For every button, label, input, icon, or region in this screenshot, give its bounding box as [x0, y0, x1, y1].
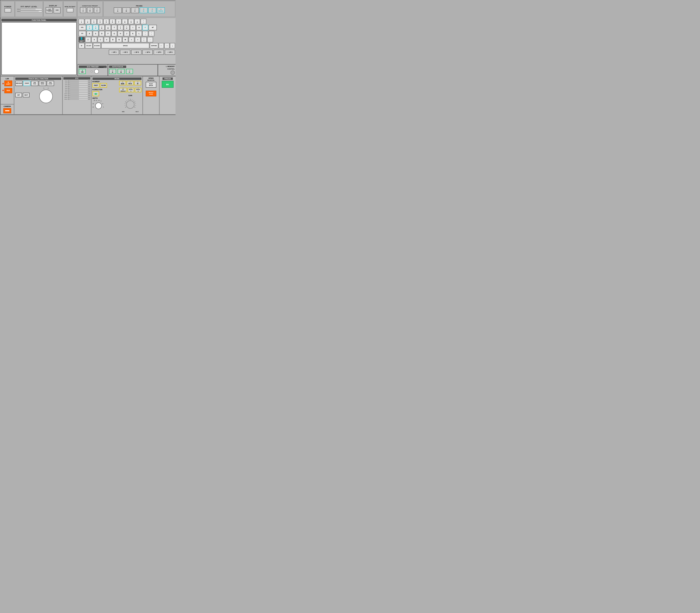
condition-btn-b[interactable]: B [87, 7, 93, 13]
kb-shift-key[interactable]: SHIFT [79, 37, 85, 42]
trackball-ball[interactable] [39, 90, 53, 103]
tb-pan-zoom-button[interactable]: PANZOOM [47, 81, 54, 86]
kb-key-hash3[interactable]: #3 [91, 19, 97, 24]
kb-key-dollar4[interactable]: $4 [97, 19, 103, 24]
run-button[interactable]: RUN [4, 88, 12, 93]
tb-body-mark-button[interactable]: BODYMARK [39, 81, 46, 86]
kb-key-c[interactable]: C [98, 37, 103, 42]
kb-id-save-button[interactable]: ID SAVE [93, 43, 101, 49]
kb-id-list-button[interactable]: ID LIST [85, 43, 93, 49]
depth-dial[interactable] [95, 102, 102, 109]
kb-key-l[interactable]: L [136, 31, 142, 36]
kb-key-x[interactable]: X [91, 37, 97, 42]
imemory-knob[interactable] [170, 70, 175, 75]
probe-btn-c[interactable]: C [131, 8, 139, 13]
kb-key-k[interactable]: K [130, 31, 136, 36]
kb-key-a[interactable]: A [87, 31, 92, 36]
kb-key-f[interactable]: F [105, 31, 111, 36]
kb-key-close9[interactable]: )9 [128, 19, 134, 24]
stc-12cm-slider[interactable] [70, 93, 88, 94]
stc-6cm-slider[interactable] [70, 89, 88, 91]
kb-key-m[interactable]: M [122, 37, 128, 42]
kb-key-colon[interactable]: *: [148, 31, 154, 36]
stc-2cm-slider[interactable] [70, 84, 88, 85]
uf1-button[interactable]: UF 1 [109, 50, 119, 55]
kb-spacebar[interactable]: SPACE [101, 43, 150, 49]
autofocus-btn-a[interactable]: A [109, 69, 116, 74]
probe-btn-e[interactable]: E [148, 8, 156, 13]
kb-key-eq[interactable]: =– [141, 19, 146, 24]
kb-key-amp6[interactable]: &6 [109, 19, 115, 24]
kb-key-up[interactable]: ↑ [147, 37, 153, 42]
kb-key-g[interactable]: G [112, 31, 117, 36]
kb-key-v[interactable]: V [104, 37, 109, 42]
kb-expand-button[interactable]: EXPAND [150, 43, 158, 49]
probe-btn-pencil[interactable]: PENCIL [157, 8, 165, 13]
kb-key-apos7[interactable]: '7 [116, 19, 121, 24]
kb-left-arrow[interactable]: ← [159, 43, 164, 49]
kb-key-deg0[interactable]: °0 [134, 19, 140, 24]
condition-btn-a[interactable]: A [80, 7, 86, 13]
next-button[interactable]: NEXT [23, 93, 29, 97]
stc-24cm-slider[interactable] [70, 99, 88, 100]
kb-del-key[interactable]: DEL [79, 25, 86, 30]
kb-key-semi[interactable]: +; [142, 31, 148, 36]
kb-key-n[interactable]: N [116, 37, 122, 42]
kb-key-percent5[interactable]: %5 [103, 19, 109, 24]
stc-3cm-slider[interactable] [70, 86, 88, 87]
msweep-slow-button[interactable]: SLOW [100, 83, 107, 88]
camera-button[interactable] [3, 108, 11, 113]
kb-key-y[interactable]: ⊙Y [118, 25, 123, 30]
kb-key-w[interactable]: ⊙W [93, 25, 99, 30]
b-single-button[interactable]: BSINGLE [119, 88, 127, 92]
dual1-button[interactable]: DUAL1 [128, 88, 134, 92]
uf3-button[interactable]: UF 3 [131, 50, 142, 55]
gain-dial-circle[interactable] [126, 101, 134, 108]
kb-key-p[interactable]: P [142, 25, 148, 30]
kb-key-u[interactable]: ⊙U [124, 25, 130, 30]
stc-20cm-slider[interactable] [70, 97, 88, 98]
probe-btn-b[interactable]: B [122, 8, 130, 13]
autofocus-btn-b[interactable]: B [118, 69, 125, 74]
m-button[interactable]: M [134, 81, 141, 85]
kb-key-b[interactable]: B [110, 37, 116, 42]
kb-key-r[interactable]: ꜛR [105, 25, 111, 30]
uf4-button[interactable]: UF 4 [142, 50, 153, 55]
kb-right-arrow[interactable]: → [164, 43, 169, 49]
playback-button[interactable]: PLAY BACK [146, 82, 156, 88]
set-button[interactable]: SET [15, 93, 22, 97]
kb-key-lt[interactable]: < [129, 37, 134, 42]
kb-key-gt[interactable]: > [135, 37, 141, 42]
probe-btn-d[interactable]: D [140, 8, 147, 13]
ecg-delay-knob[interactable] [94, 69, 99, 74]
kb-key-e[interactable]: ⊙E [99, 25, 105, 30]
ext-video-button[interactable]: EXTVIDEO [46, 7, 53, 13]
tb-dm-posi-button[interactable]: D/MPOSI [31, 81, 38, 86]
vcr-button[interactable]: VCR [54, 7, 61, 13]
stc-16cm-slider[interactable] [70, 95, 88, 96]
power-button[interactable] [4, 8, 11, 12]
kb-key-question[interactable]: ?/ [141, 37, 147, 42]
ecg-on-button[interactable]: ON [79, 69, 86, 74]
new-patient-button[interactable] [67, 8, 74, 12]
stc-4cm-slider[interactable] [70, 88, 88, 89]
dual2-button[interactable]: DUAL2 [135, 88, 142, 92]
kb-key-o[interactable]: O [136, 25, 142, 30]
stc-1cm-slider[interactable] [70, 82, 88, 83]
kb-key-excl1[interactable]: !1 [79, 19, 84, 24]
kb-bs-key[interactable]: BS [79, 31, 86, 36]
kb-key-s[interactable]: S [93, 31, 99, 36]
condition-btn-c[interactable]: C [94, 7, 100, 13]
stc-0cm-slider[interactable] [70, 80, 88, 81]
kb-key-j[interactable]: J [124, 31, 130, 36]
tb-char-button[interactable]: CHAR [23, 81, 30, 86]
mplusb-button[interactable]: M+B [127, 81, 134, 85]
kb-key-t[interactable]: T [112, 25, 117, 30]
msweep-fast-button[interactable]: FAST [92, 83, 100, 88]
kb-key-z[interactable]: Z [85, 37, 91, 42]
kb-key-q[interactable]: ⊙Q [87, 25, 92, 30]
bm-button[interactable]: B(M) [119, 81, 126, 85]
uf5-button[interactable]: UF 5 [154, 50, 164, 55]
kb-key-i[interactable]: I [130, 25, 136, 30]
uf2-button[interactable]: UF 2 [120, 50, 130, 55]
